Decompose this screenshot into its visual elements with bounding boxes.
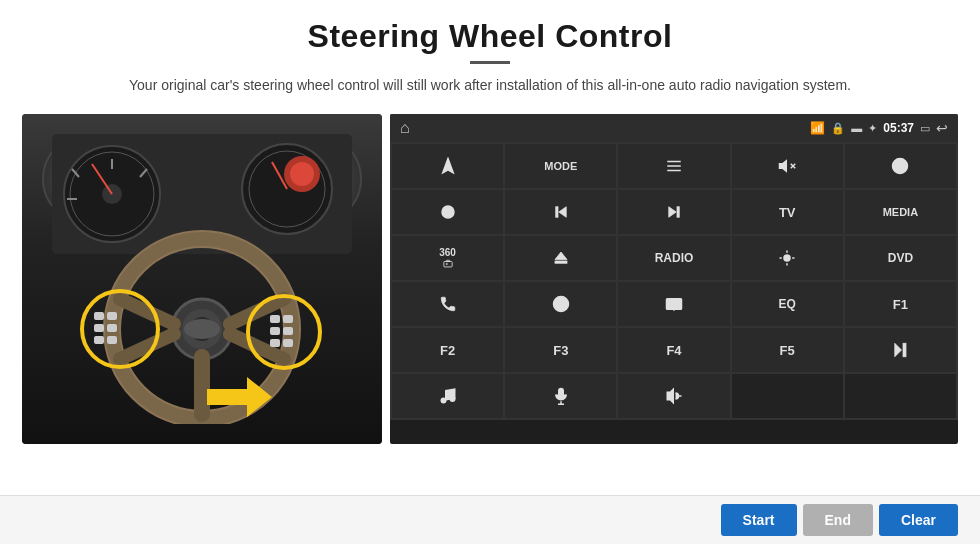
navigate-btn[interactable]: [392, 144, 503, 188]
svg-rect-60: [555, 261, 567, 263]
playpause-btn[interactable]: [845, 328, 956, 372]
svg-rect-72: [903, 344, 906, 358]
svg-rect-58: [446, 261, 449, 262]
eq-btn[interactable]: EQ: [732, 282, 843, 326]
svg-rect-55: [677, 207, 679, 218]
svg-marker-52: [559, 207, 567, 218]
bluetooth-icon: ✦: [868, 122, 877, 135]
svg-rect-29: [94, 324, 104, 332]
mode-btn[interactable]: MODE: [505, 144, 616, 188]
svg-point-57: [446, 264, 447, 265]
svg-marker-54: [669, 207, 677, 218]
camera360-btn[interactable]: 360: [392, 236, 503, 280]
svg-rect-34: [283, 315, 293, 323]
svg-rect-28: [107, 312, 117, 320]
steering-wheel-svg: [22, 114, 382, 444]
page-title: Steering Wheel Control: [40, 18, 940, 55]
empty-btn-2: [845, 374, 956, 418]
status-bar-right: 📶 🔒 ▬ ✦ 05:37 ▭ ↩: [810, 120, 948, 136]
svg-rect-68: [666, 299, 681, 310]
sd-icon: ▬: [851, 122, 862, 134]
svg-marker-59: [555, 252, 567, 260]
svg-rect-30: [107, 324, 117, 332]
nav-btn[interactable]: [505, 282, 616, 326]
svg-marker-71: [895, 344, 902, 358]
f1-btn[interactable]: F1: [845, 282, 956, 326]
svg-point-24: [184, 319, 220, 339]
time-display: 05:37: [883, 121, 914, 135]
svg-marker-44: [780, 161, 787, 172]
page-subtitle: Your original car's steering wheel contr…: [40, 74, 940, 96]
svg-point-12: [290, 162, 314, 186]
svg-marker-40: [442, 159, 453, 173]
mic-btn[interactable]: [505, 374, 616, 418]
list-btn[interactable]: [618, 144, 729, 188]
svg-rect-37: [270, 339, 280, 347]
svg-rect-27: [94, 312, 104, 320]
music-btn[interactable]: ♪: [392, 374, 503, 418]
home-icon[interactable]: ⌂: [400, 119, 410, 137]
svg-rect-33: [270, 315, 280, 323]
empty-btn-1: [732, 374, 843, 418]
mute-btn[interactable]: [732, 144, 843, 188]
phone-btn[interactable]: [392, 282, 503, 326]
status-bar-left: ⌂: [400, 119, 410, 137]
settings-btn[interactable]: [392, 190, 503, 234]
header-section: Steering Wheel Control Your original car…: [0, 0, 980, 106]
wifi-icon: 📶: [810, 121, 825, 135]
lock-icon: 🔒: [831, 122, 845, 135]
dvd-btn[interactable]: DVD: [845, 236, 956, 280]
eject-btn[interactable]: [505, 236, 616, 280]
car-image-section: [22, 114, 382, 444]
screen-btn[interactable]: [618, 282, 729, 326]
start-button[interactable]: Start: [721, 504, 797, 536]
svg-rect-53: [556, 207, 558, 218]
button-grid: MODE: [390, 142, 958, 420]
vol-phone-btn[interactable]: [618, 374, 729, 418]
bottom-section: Start End Clear: [0, 495, 980, 544]
grid-btn[interactable]: [845, 144, 956, 188]
back-icon[interactable]: ↩: [936, 120, 948, 136]
svg-point-61: [784, 255, 790, 261]
svg-point-51: [442, 206, 454, 218]
end-button[interactable]: End: [803, 504, 873, 536]
content-row: ⌂ 📶 🔒 ▬ ✦ 05:37 ▭ ↩: [0, 114, 980, 444]
next-btn[interactable]: [618, 190, 729, 234]
status-bar: ⌂ 📶 🔒 ▬ ✦ 05:37 ▭ ↩: [390, 114, 958, 142]
f2-btn[interactable]: F2: [392, 328, 503, 372]
brightness-btn[interactable]: [732, 236, 843, 280]
f5-btn[interactable]: F5: [732, 328, 843, 372]
clear-button[interactable]: Clear: [879, 504, 958, 536]
radio-btn[interactable]: RADIO: [618, 236, 729, 280]
svg-rect-35: [270, 327, 280, 335]
svg-point-73: [441, 399, 446, 404]
svg-point-74: [450, 397, 455, 402]
title-divider: [470, 61, 510, 64]
page-container: Steering Wheel Control Your original car…: [0, 0, 980, 544]
prev-btn[interactable]: [505, 190, 616, 234]
svg-rect-38: [283, 339, 293, 347]
svg-rect-31: [94, 336, 104, 344]
svg-rect-56: [443, 262, 451, 267]
f4-btn[interactable]: F4: [618, 328, 729, 372]
svg-rect-36: [283, 327, 293, 335]
battery-icon: ▭: [920, 122, 930, 135]
control-panel: ⌂ 📶 🔒 ▬ ✦ 05:37 ▭ ↩: [390, 114, 958, 444]
tv-btn[interactable]: TV: [732, 190, 843, 234]
svg-rect-32: [107, 336, 117, 344]
media-btn[interactable]: MEDIA: [845, 190, 956, 234]
f3-btn[interactable]: F3: [505, 328, 616, 372]
svg-marker-78: [667, 390, 673, 404]
